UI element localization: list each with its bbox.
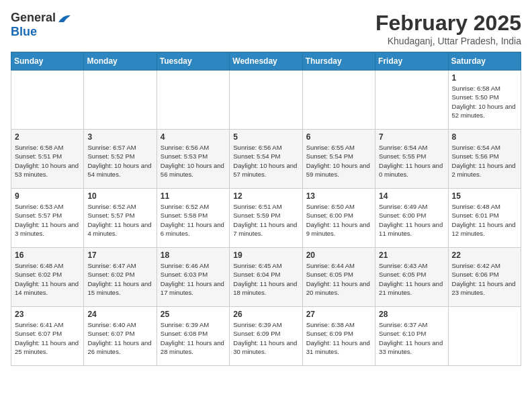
day-info: Sunrise: 6:40 AM Sunset: 6:07 PM Dayligh… [87, 320, 152, 356]
calendar-week-row: 9Sunrise: 6:53 AM Sunset: 5:57 PM Daylig… [11, 189, 521, 248]
day-info: Sunrise: 6:50 AM Sunset: 6:00 PM Dayligh… [306, 202, 371, 238]
day-number: 6 [306, 132, 371, 142]
calendar-header-tuesday: Tuesday [157, 52, 229, 71]
calendar-cell: 17Sunrise: 6:47 AM Sunset: 6:02 PM Dayli… [84, 248, 157, 307]
calendar-cell: 7Sunrise: 6:54 AM Sunset: 5:55 PM Daylig… [375, 130, 448, 189]
day-info: Sunrise: 6:43 AM Sunset: 6:05 PM Dayligh… [379, 261, 444, 297]
location-text: Khudaganj, Uttar Pradesh, India [375, 36, 521, 46]
day-number: 2 [15, 132, 80, 142]
calendar-header-row: SundayMondayTuesdayWednesdayThursdayFrid… [11, 52, 521, 71]
day-info: Sunrise: 6:55 AM Sunset: 5:54 PM Dayligh… [306, 143, 371, 179]
logo-wing-icon [57, 13, 71, 24]
day-info: Sunrise: 6:58 AM Sunset: 5:51 PM Dayligh… [15, 143, 80, 179]
calendar-cell: 12Sunrise: 6:51 AM Sunset: 5:59 PM Dayli… [230, 189, 302, 248]
day-number: 4 [161, 132, 226, 142]
calendar-cell: 8Sunrise: 6:54 AM Sunset: 5:56 PM Daylig… [448, 130, 521, 189]
calendar-cell: 11Sunrise: 6:52 AM Sunset: 5:58 PM Dayli… [157, 189, 229, 248]
calendar-header-monday: Monday [84, 52, 157, 71]
day-info: Sunrise: 6:52 AM Sunset: 5:57 PM Dayligh… [87, 202, 152, 238]
calendar-cell [11, 71, 84, 130]
day-info: Sunrise: 6:57 AM Sunset: 5:52 PM Dayligh… [87, 143, 152, 179]
calendar-cell: 22Sunrise: 6:42 AM Sunset: 6:06 PM Dayli… [448, 248, 521, 307]
calendar-cell: 3Sunrise: 6:57 AM Sunset: 5:52 PM Daylig… [84, 130, 157, 189]
day-info: Sunrise: 6:44 AM Sunset: 6:05 PM Dayligh… [306, 261, 371, 297]
day-number: 3 [87, 132, 152, 142]
day-info: Sunrise: 6:39 AM Sunset: 6:08 PM Dayligh… [161, 320, 226, 356]
day-info: Sunrise: 6:37 AM Sunset: 6:10 PM Dayligh… [379, 320, 444, 356]
day-number: 13 [306, 191, 371, 201]
day-number: 24 [87, 310, 152, 319]
day-number: 11 [161, 191, 226, 201]
day-number: 28 [379, 310, 444, 319]
calendar-week-row: 16Sunrise: 6:48 AM Sunset: 6:02 PM Dayli… [11, 248, 521, 307]
calendar-cell: 14Sunrise: 6:49 AM Sunset: 6:00 PM Dayli… [375, 189, 448, 248]
day-info: Sunrise: 6:48 AM Sunset: 6:02 PM Dayligh… [15, 261, 80, 297]
day-number: 8 [452, 132, 517, 142]
day-number: 25 [161, 310, 226, 319]
calendar-cell: 5Sunrise: 6:56 AM Sunset: 5:54 PM Daylig… [230, 130, 302, 189]
day-number: 27 [306, 310, 371, 319]
calendar-cell [157, 71, 229, 130]
day-number: 12 [233, 191, 298, 201]
day-info: Sunrise: 6:47 AM Sunset: 6:02 PM Dayligh… [87, 261, 152, 297]
calendar-cell: 25Sunrise: 6:39 AM Sunset: 6:08 PM Dayli… [157, 307, 229, 366]
day-info: Sunrise: 6:51 AM Sunset: 5:59 PM Dayligh… [233, 202, 298, 238]
calendar-cell [448, 307, 521, 366]
calendar-cell: 21Sunrise: 6:43 AM Sunset: 6:05 PM Dayli… [375, 248, 448, 307]
calendar-header-sunday: Sunday [11, 52, 84, 71]
day-info: Sunrise: 6:38 AM Sunset: 6:09 PM Dayligh… [306, 320, 371, 356]
calendar-header-saturday: Saturday [448, 52, 521, 71]
month-title: February 2025 [375, 11, 521, 36]
day-info: Sunrise: 6:41 AM Sunset: 6:07 PM Dayligh… [15, 320, 80, 356]
calendar-cell [84, 71, 157, 130]
calendar-cell [375, 71, 448, 130]
logo-blue-text: Blue [11, 25, 37, 39]
calendar-week-row: 23Sunrise: 6:41 AM Sunset: 6:07 PM Dayli… [11, 307, 521, 366]
calendar-header-thursday: Thursday [302, 52, 375, 71]
calendar-cell: 10Sunrise: 6:52 AM Sunset: 5:57 PM Dayli… [84, 189, 157, 248]
calendar-cell: 1Sunrise: 6:58 AM Sunset: 5:50 PM Daylig… [448, 71, 521, 130]
logo-general-text: General [11, 11, 56, 25]
calendar-cell: 18Sunrise: 6:46 AM Sunset: 6:03 PM Dayli… [157, 248, 229, 307]
calendar-header-friday: Friday [375, 52, 448, 71]
day-info: Sunrise: 6:56 AM Sunset: 5:54 PM Dayligh… [233, 143, 298, 179]
calendar-cell: 27Sunrise: 6:38 AM Sunset: 6:09 PM Dayli… [302, 307, 375, 366]
calendar-cell [230, 71, 302, 130]
day-number: 16 [15, 250, 80, 260]
calendar-cell: 26Sunrise: 6:39 AM Sunset: 6:09 PM Dayli… [230, 307, 302, 366]
day-number: 7 [379, 132, 444, 142]
title-section: February 2025 Khudaganj, Uttar Pradesh, … [375, 11, 521, 46]
day-info: Sunrise: 6:58 AM Sunset: 5:50 PM Dayligh… [452, 84, 517, 120]
calendar-cell: 9Sunrise: 6:53 AM Sunset: 5:57 PM Daylig… [11, 189, 84, 248]
calendar-cell: 15Sunrise: 6:48 AM Sunset: 6:01 PM Dayli… [448, 189, 521, 248]
day-info: Sunrise: 6:42 AM Sunset: 6:06 PM Dayligh… [452, 261, 517, 297]
day-number: 9 [15, 191, 80, 201]
logo: General Blue [11, 11, 71, 39]
calendar-cell: 24Sunrise: 6:40 AM Sunset: 6:07 PM Dayli… [84, 307, 157, 366]
calendar-cell: 16Sunrise: 6:48 AM Sunset: 6:02 PM Dayli… [11, 248, 84, 307]
calendar-cell [302, 71, 375, 130]
calendar-cell: 19Sunrise: 6:45 AM Sunset: 6:04 PM Dayli… [230, 248, 302, 307]
calendar-header-wednesday: Wednesday [230, 52, 302, 71]
day-number: 22 [452, 250, 517, 260]
calendar-cell: 6Sunrise: 6:55 AM Sunset: 5:54 PM Daylig… [302, 130, 375, 189]
day-number: 18 [161, 250, 226, 260]
day-info: Sunrise: 6:54 AM Sunset: 5:56 PM Dayligh… [452, 143, 517, 179]
page-header: General Blue February 2025 Khudaganj, Ut… [11, 11, 521, 46]
calendar-table: SundayMondayTuesdayWednesdayThursdayFrid… [11, 52, 521, 366]
day-number: 15 [452, 191, 517, 201]
day-info: Sunrise: 6:49 AM Sunset: 6:00 PM Dayligh… [379, 202, 444, 238]
day-info: Sunrise: 6:56 AM Sunset: 5:53 PM Dayligh… [161, 143, 226, 179]
day-info: Sunrise: 6:52 AM Sunset: 5:58 PM Dayligh… [161, 202, 226, 238]
day-info: Sunrise: 6:45 AM Sunset: 6:04 PM Dayligh… [233, 261, 298, 297]
day-number: 20 [306, 250, 371, 260]
day-number: 1 [452, 73, 517, 83]
day-number: 19 [233, 250, 298, 260]
calendar-cell: 13Sunrise: 6:50 AM Sunset: 6:00 PM Dayli… [302, 189, 375, 248]
calendar-week-row: 1Sunrise: 6:58 AM Sunset: 5:50 PM Daylig… [11, 71, 521, 130]
day-info: Sunrise: 6:46 AM Sunset: 6:03 PM Dayligh… [161, 261, 226, 297]
day-info: Sunrise: 6:54 AM Sunset: 5:55 PM Dayligh… [379, 143, 444, 179]
day-number: 14 [379, 191, 444, 201]
calendar-cell: 20Sunrise: 6:44 AM Sunset: 6:05 PM Dayli… [302, 248, 375, 307]
day-info: Sunrise: 6:39 AM Sunset: 6:09 PM Dayligh… [233, 320, 298, 356]
